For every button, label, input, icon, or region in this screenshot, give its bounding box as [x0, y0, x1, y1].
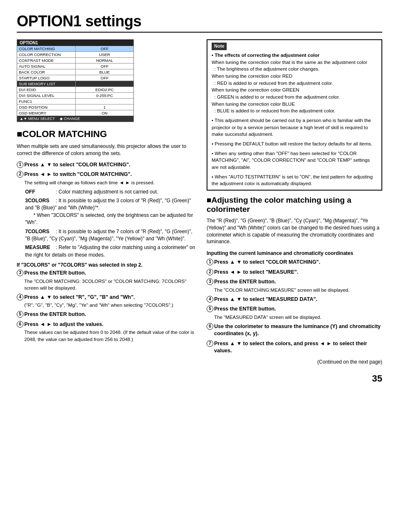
heading-text: ■COLOR MATCHING	[17, 129, 107, 140]
col2-step-7: 7 Press ▲ ▼ to select the colors, and pr…	[207, 340, 382, 355]
option-3colors: 3COLORS : It is possible to adjust the 3…	[25, 197, 197, 227]
step-number: 1	[17, 161, 23, 168]
step-6-content: Press ◄ ► to adjust the values. These va…	[24, 321, 197, 343]
step-number: 7	[207, 340, 213, 347]
step-4: 4 Press ▲ ▼ to select "R", "G", "B" and …	[17, 294, 197, 309]
col2-step-3-content: Press the ENTER button. The "COLOR MATCH…	[214, 278, 382, 293]
step-5: 5 Press the ENTER button.	[17, 311, 197, 318]
col2-step-6: 6 Use the colorimeter to measure the lum…	[207, 323, 382, 338]
option-7colors: 7COLORS : It is possible to adjust the 7…	[25, 228, 197, 243]
step-number: 4	[17, 294, 23, 300]
step-number: 6	[17, 321, 23, 328]
step-number: 3	[207, 278, 213, 285]
step-3-content: Press the ENTER button. The "COLOR MATCH…	[24, 270, 197, 291]
step-number: 5	[17, 311, 23, 318]
colorimeter-intro: The "R (Red)", "G (Green)", "B (Blue)", …	[207, 217, 382, 245]
col2-step-2-content: Press ◄ ► to select "MEASURE".	[214, 269, 382, 276]
color-matching-section: ■COLOR MATCHING When multiple sets are u…	[17, 129, 197, 343]
option-measure: MEASURE : Refer to "Adjusting the color …	[25, 244, 197, 259]
color-matching-intro: When multiple sets are used simultaneous…	[17, 143, 197, 157]
if-selected-note: If "3COLORS" or "7COLORS" was selected i…	[17, 262, 197, 268]
step-number: 3	[17, 270, 23, 276]
step-4-content: Press ▲ ▼ to select "R", "G", "B" and "W…	[24, 294, 197, 309]
step-number: 4	[207, 296, 213, 303]
menu-row: DVI EDID EDID2:PC	[17, 87, 133, 93]
menu-row: CONTRAST MODE NORMAL	[17, 58, 133, 64]
menu-row: BACK COLOR BLUE	[17, 69, 133, 75]
heading-text: ■Adjusting the color matching using a co…	[207, 196, 382, 214]
option-off: OFF : Color matching adjustment is not c…	[25, 188, 197, 196]
step-number: 2	[17, 171, 23, 178]
menu-row: OSD POSITION 1	[17, 104, 133, 110]
col2-step-4: 4 Press ▲ ▼ to select "MEASURED DATA".	[207, 296, 382, 303]
menu-row: COLOR CORRECTION USER	[17, 52, 133, 58]
col2-step-1-content: Press ▲ ▼ to select "COLOR MATCHING".	[214, 259, 382, 266]
step-5-content: Press the ENTER button.	[24, 311, 197, 318]
col2-step-6-content: Use the colorimeter to measure the lumin…	[214, 323, 382, 338]
menu-row: AUTO SIGNAL OFF	[17, 64, 133, 69]
col2-step-5: 5 Press the ENTER button. The "MEASURED …	[207, 305, 382, 321]
continued-text: (Continued on the next page)	[207, 359, 382, 365]
step-number: 5	[207, 305, 213, 312]
inputting-label: Inputting the current luminance and chro…	[207, 250, 382, 256]
page-title: OPTION1 settings	[17, 13, 382, 33]
menu-rows: COLOR MATCHING OFF COLOR CORRECTION USER…	[17, 46, 133, 116]
option-list: OFF : Color matching adjustment is not c…	[25, 188, 197, 259]
menu-row: SUB MEMORY LIST	[17, 81, 133, 87]
menu-row: DVI SIGNAL LEVEL 0-255:PC	[17, 93, 133, 99]
colorimeter-section: ■Adjusting the color matching using a co…	[207, 196, 382, 365]
menu-header: OPTION1	[17, 40, 133, 46]
menu-footer: ▲▼ MENU SELECT ◆ CHANGE	[17, 116, 133, 122]
step-1: 1 Press ▲ ▼ to select "COLOR MATCHING".	[17, 161, 197, 169]
step-3: 3 Press the ENTER button. The "COLOR MAT…	[17, 270, 197, 291]
col2-step-1: 1 Press ▲ ▼ to select "COLOR MATCHING".	[207, 259, 382, 266]
step-number: 6	[207, 323, 213, 330]
menu-row: COLOR MATCHING OFF	[17, 46, 133, 52]
step-1-content: Press ▲ ▼ to select "COLOR MATCHING".	[24, 161, 197, 169]
step-number: 2	[207, 269, 213, 275]
note-box: Note • The effects of correcting the adj…	[207, 39, 382, 191]
step-2: 2 Press ◄ ► to switch "COLOR MATCHING". …	[17, 171, 197, 186]
color-matching-heading: ■COLOR MATCHING	[17, 129, 197, 140]
col2-step-2: 2 Press ◄ ► to select "MEASURE".	[207, 269, 382, 276]
colorimeter-heading: ■Adjusting the color matching using a co…	[207, 196, 382, 214]
menu-row: FUNC1	[17, 99, 133, 104]
menu-screenshot: OPTION1 COLOR MATCHING OFF COLOR CORRECT…	[17, 39, 134, 122]
step-2-content: Press ◄ ► to switch "COLOR MATCHING". Th…	[24, 171, 197, 186]
menu-row: OSD MEMORY ON	[17, 110, 133, 116]
page-number: 35	[372, 373, 382, 384]
step-6: 6 Press ◄ ► to adjust the values. These …	[17, 321, 197, 343]
step-number: 1	[207, 259, 213, 265]
right-column: Note • The effects of correcting the adj…	[207, 39, 382, 365]
col2-step-4-content: Press ▲ ▼ to select "MEASURED DATA".	[214, 296, 382, 303]
col2-step-7-content: Press ▲ ▼ to select the colors, and pres…	[214, 340, 382, 355]
left-column: OPTION1 COLOR MATCHING OFF COLOR CORRECT…	[17, 39, 197, 365]
note-label: Note	[212, 43, 227, 50]
col2-step-3: 3 Press the ENTER button. The "COLOR MAT…	[207, 278, 382, 293]
col2-step-5-content: Press the ENTER button. The "MEASURED DA…	[214, 305, 382, 321]
menu-row: STARTUP LOGO OFF	[17, 75, 133, 81]
